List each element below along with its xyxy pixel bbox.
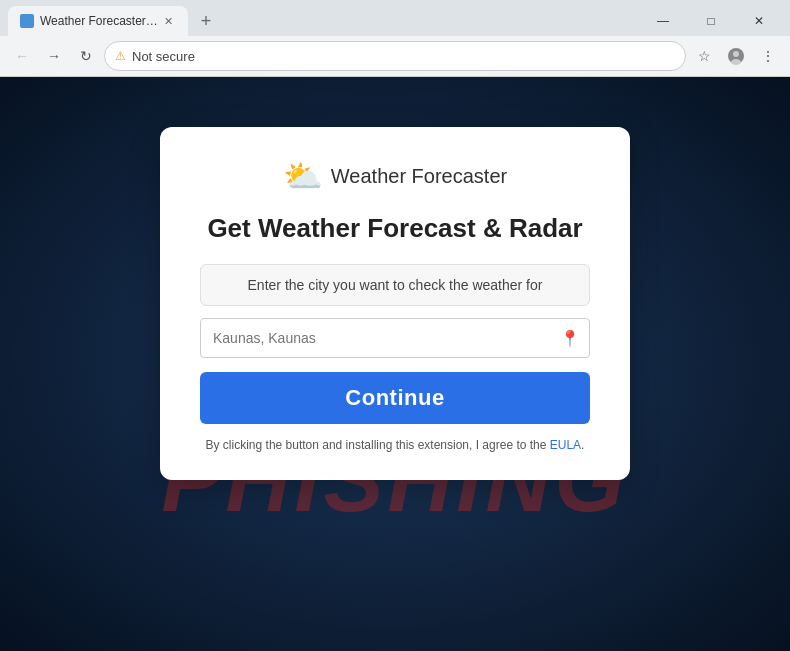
continue-button[interactable]: Continue	[200, 372, 590, 424]
tab-close-button[interactable]: ✕	[160, 13, 176, 29]
bookmark-button[interactable]: ☆	[690, 42, 718, 70]
security-label: Not secure	[132, 49, 195, 64]
active-tab[interactable]: Weather Forecaster Pro ✕	[8, 6, 188, 36]
address-bar[interactable]: ⚠ Not secure	[104, 41, 686, 71]
eula-suffix: .	[581, 438, 584, 452]
nav-bar: ← → ↻ ⚠ Not secure ☆ ⋮	[0, 36, 790, 76]
city-input[interactable]	[200, 318, 590, 358]
close-button[interactable]: ✕	[736, 6, 782, 36]
browser-chrome: Weather Forecaster Pro ✕ + — □ ✕ ← → ↻ ⚠…	[0, 0, 790, 77]
card-subtitle: Enter the city you want to check the wea…	[200, 264, 590, 306]
card-logo: ⛅ Weather Forecaster	[200, 157, 590, 195]
forward-button[interactable]: →	[40, 42, 68, 70]
svg-point-1	[733, 51, 739, 57]
cloud-sun-icon: ⛅	[283, 157, 323, 195]
card-title: Get Weather Forecast & Radar	[200, 213, 590, 244]
title-bar: Weather Forecaster Pro ✕ + — □ ✕	[0, 0, 790, 36]
new-tab-button[interactable]: +	[192, 7, 220, 35]
reload-button[interactable]: ↻	[72, 42, 100, 70]
logo-text: Weather Forecaster	[331, 165, 507, 188]
city-input-row: 📍	[200, 318, 590, 358]
eula-prefix: By clicking the button and installing th…	[206, 438, 550, 452]
account-button[interactable]	[722, 42, 750, 70]
eula-text: By clicking the button and installing th…	[200, 438, 590, 452]
maximize-button[interactable]: □	[688, 6, 734, 36]
page-content: PHISHING ⛅ Weather Forecaster Get Weathe…	[0, 77, 790, 651]
tab-favicon	[20, 14, 34, 28]
svg-point-2	[731, 59, 741, 65]
main-card: ⛅ Weather Forecaster Get Weather Forecas…	[160, 127, 630, 480]
eula-link[interactable]: EULA	[550, 438, 581, 452]
not-secure-icon: ⚠	[115, 49, 126, 63]
minimize-button[interactable]: —	[640, 6, 686, 36]
back-button[interactable]: ←	[8, 42, 36, 70]
menu-button[interactable]: ⋮	[754, 42, 782, 70]
location-icon: 📍	[560, 329, 580, 348]
window-controls: — □ ✕	[640, 6, 782, 36]
tab-title: Weather Forecaster Pro	[40, 14, 160, 28]
